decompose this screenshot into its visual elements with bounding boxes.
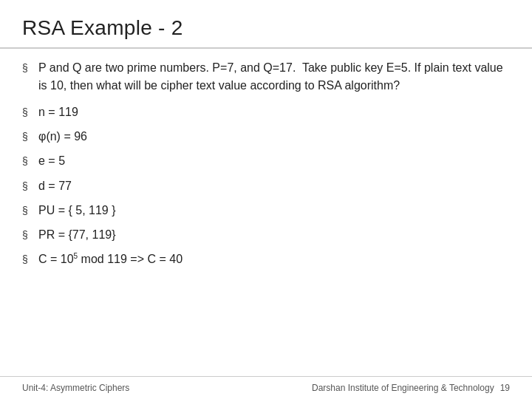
- bullet-item-3: § φ(n) = 96: [22, 128, 510, 145]
- bullet-symbol-6: §: [22, 203, 38, 218]
- bullet-text-2: n = 119: [38, 103, 510, 120]
- bullet-text-3: φ(n) = 96: [38, 128, 510, 145]
- bullet-symbol-3: §: [22, 129, 38, 144]
- superscript-5: 5: [74, 252, 78, 260]
- slide-content: § P and Q are two prime numbers. P=7, an…: [0, 49, 532, 376]
- slide-title: RSA Example - 2: [22, 16, 510, 40]
- bullet-symbol-8: §: [22, 252, 38, 267]
- bullet-text-1: P and Q are two prime numbers. P=7, and …: [38, 59, 510, 95]
- bullet-symbol-2: §: [22, 105, 38, 120]
- bullet-item-6: § PU = { 5, 119 }: [22, 202, 510, 219]
- bullet-symbol-4: §: [22, 154, 38, 168]
- bullet-item-2: § n = 119: [22, 103, 510, 120]
- footer-page: 19: [500, 383, 510, 393]
- bullet-symbol-5: §: [22, 179, 38, 194]
- bullet-text-8: C = 105 mod 119 => C = 40: [38, 250, 510, 267]
- bullet-text-7: PR = {77, 119}: [38, 226, 510, 243]
- slide-header: RSA Example - 2: [0, 0, 532, 49]
- bullet-text-6: PU = { 5, 119 }: [38, 202, 510, 219]
- bullet-symbol-7: §: [22, 228, 38, 242]
- bullet-item-7: § PR = {77, 119}: [22, 226, 510, 243]
- footer-institute: Darshan Institute of Engineering & Techn…: [312, 383, 494, 393]
- footer-left-text: Unit-4: Asymmetric Ciphers: [22, 383, 129, 393]
- slide-footer: Unit-4: Asymmetric Ciphers Darshan Insti…: [0, 376, 532, 399]
- slide-container: RSA Example - 2 § P and Q are two prime …: [0, 0, 532, 399]
- bullet-item-5: § d = 77: [22, 177, 510, 194]
- bullet-text-5: d = 77: [38, 177, 510, 194]
- bullet-symbol-1: §: [22, 61, 38, 76]
- footer-right-text: Darshan Institute of Engineering & Techn…: [312, 383, 510, 393]
- bullet-item-1: § P and Q are two prime numbers. P=7, an…: [22, 59, 510, 95]
- bullet-item-4: § e = 5: [22, 152, 510, 169]
- bullet-item-8: § C = 105 mod 119 => C = 40: [22, 250, 510, 267]
- bullet-text-4: e = 5: [38, 152, 510, 169]
